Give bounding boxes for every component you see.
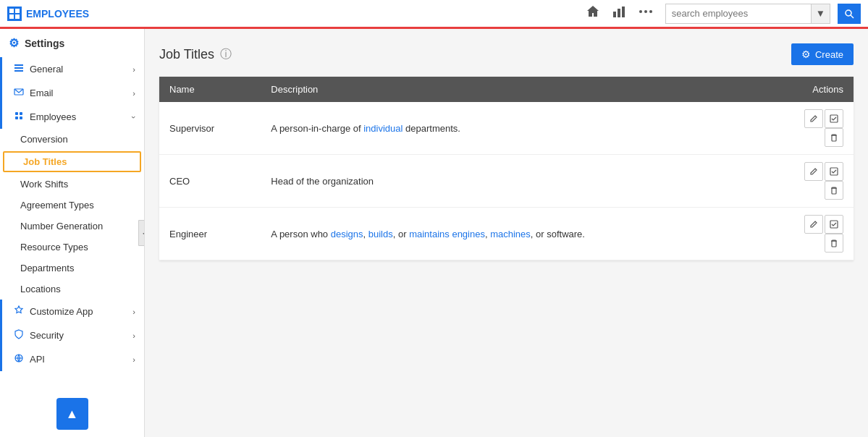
check-button[interactable] [825,109,843,128]
sidebar-item-employees[interactable]: Employees › [0,105,144,129]
table-row: EngineerA person who designs, builds, or… [159,208,854,260]
employees-chevron: › [130,116,138,119]
search-input[interactable] [666,4,811,23]
description-link[interactable]: engines [452,229,485,239]
svg-rect-22 [830,115,838,122]
svg-rect-5 [618,9,620,17]
create-button-icon: ⚙ [801,48,811,60]
sidebar-item-customize-app[interactable]: Customize App › [0,300,144,323]
info-icon[interactable]: ⓘ [220,47,232,62]
page-title-text: Job Titles [159,47,214,62]
edit-button[interactable] [804,215,823,234]
svg-rect-4 [613,12,616,17]
scroll-to-top-icon: ▲ [66,407,79,422]
search-dropdown-button[interactable]: ▼ [811,4,830,23]
column-header-description: Description [261,77,781,102]
layout: ⚙ Settings General › Emai [0,29,868,437]
sidebar-sub-item-work-shifts[interactable]: Work Shifts [0,174,144,195]
sidebar-item-general[interactable]: General › [0,57,144,81]
api-label: API [30,354,45,365]
security-icon [14,329,24,341]
api-chevron: › [132,355,135,364]
sidebar-item-security[interactable]: Security › [0,323,144,347]
svg-rect-2 [9,14,14,19]
sidebar-sub-item-number-generation[interactable]: Number Generation [0,216,144,237]
svg-rect-16 [15,112,18,115]
app-name-label: EMPLOYEES [26,8,89,20]
customize-app-icon [14,305,24,318]
sidebar-sub-item-agreement-types[interactable]: Agreement Types [0,195,144,216]
email-chevron: › [132,89,135,98]
svg-line-11 [851,15,854,18]
svg-rect-12 [14,64,23,66]
svg-rect-26 [830,221,838,228]
cell-name: Engineer [159,208,261,260]
svg-rect-13 [14,67,23,69]
email-icon [14,87,24,99]
check-button[interactable] [825,215,843,234]
table-row: CEOHead of the organization [159,155,854,208]
svg-rect-14 [14,70,23,72]
general-icon [14,63,24,75]
delete-button[interactable] [825,234,843,253]
svg-rect-23 [832,135,836,141]
home-icon[interactable] [586,4,600,22]
create-button[interactable]: ⚙ Create [791,43,854,65]
job-titles-table: Name Description Actions SupervisorA per… [159,77,854,260]
topbar: EMPLOYEES ▼ [0,0,868,29]
settings-label: Settings [25,38,64,49]
topbar-icons [586,4,654,22]
sidebar-sub-item-locations[interactable]: Locations [0,279,144,300]
description-link[interactable]: individual [363,123,403,134]
sidebar-sub-item-departments[interactable]: Departments [0,258,144,279]
agreement-types-label: Agreement Types [20,200,94,211]
collapse-icon: ◀ [143,228,146,238]
sidebar-collapse-button[interactable]: ◀ [138,220,145,246]
edit-button[interactable] [804,162,823,181]
main-content: Job Titles ⓘ ⚙ Create Name Description A… [145,29,868,437]
svg-point-8 [644,10,647,13]
search-container: ▼ [665,4,830,24]
search-button[interactable] [838,4,861,24]
more-icon[interactable] [638,4,654,22]
cell-actions [781,208,854,260]
cell-description: A person-in-charge of individual departm… [261,102,781,155]
settings-header[interactable]: ⚙ Settings [0,29,144,57]
settings-icon: ⚙ [9,36,19,50]
cell-actions [781,102,854,155]
departments-label: Departments [20,263,74,273]
description-link[interactable]: machines [490,229,531,239]
description-link[interactable]: maintains [409,229,450,239]
email-label: Email [30,88,54,98]
app-logo[interactable]: EMPLOYEES [7,7,89,21]
svg-rect-1 [15,9,20,13]
column-header-actions: Actions [781,77,854,102]
resource-types-label: Resource Types [20,242,88,253]
svg-rect-18 [15,116,18,119]
scroll-to-top-button[interactable]: ▲ [56,398,88,430]
sidebar-sub-item-resource-types[interactable]: Resource Types [0,237,144,258]
svg-rect-0 [9,9,14,13]
description-link[interactable]: builds [368,229,393,239]
check-button[interactable] [825,162,843,181]
delete-button[interactable] [825,181,843,200]
description-link[interactable]: designs [331,229,363,239]
svg-rect-17 [20,112,22,115]
sidebar-item-email[interactable]: Email › [0,81,144,105]
table-header-row: Name Description Actions [159,77,854,102]
chart-icon[interactable] [612,4,626,22]
cell-name: Supervisor [159,102,261,155]
work-shifts-label: Work Shifts [20,179,68,190]
sidebar-sub-item-job-titles[interactable]: Job Titles [3,151,141,172]
cell-name: CEO [159,155,261,208]
customize-app-chevron: › [132,307,135,316]
edit-button[interactable] [804,109,823,128]
create-button-label: Create [815,49,843,60]
general-chevron: › [132,65,135,74]
sidebar-sub-item-conversion[interactable]: Conversion [0,129,144,150]
sidebar-item-api[interactable]: API › [0,347,144,371]
svg-point-10 [846,10,851,16]
delete-button[interactable] [825,128,843,147]
cell-description: Head of the organization [261,155,781,208]
employees-icon [14,111,24,123]
